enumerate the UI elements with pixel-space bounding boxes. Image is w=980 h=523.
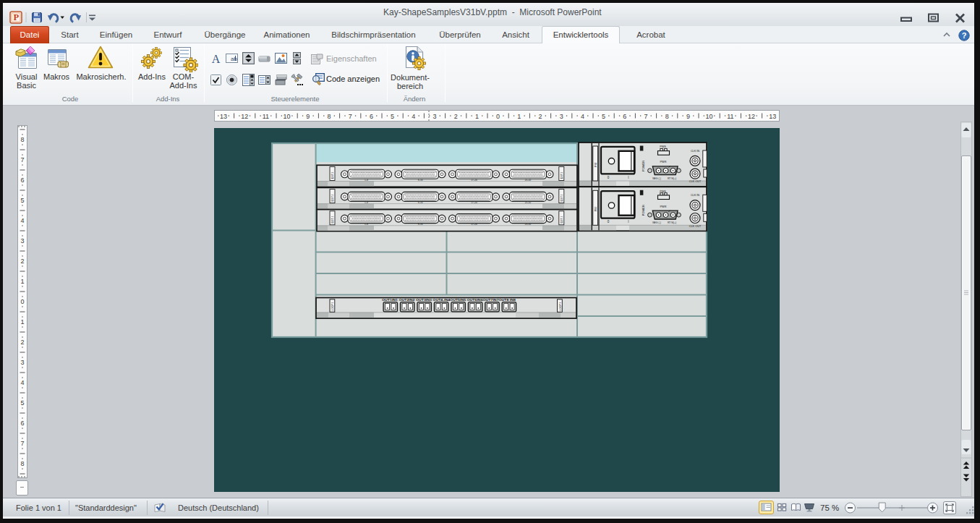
svg-text:9: 9: [306, 113, 310, 120]
svg-text:8: 8: [20, 136, 24, 143]
svg-text:3: 3: [433, 113, 436, 120]
svg-text:6: 6: [370, 113, 373, 120]
svg-text:2: 2: [454, 113, 458, 120]
svg-text:5: 5: [391, 113, 394, 120]
svg-text:8: 8: [20, 460, 24, 467]
svg-text:A: A: [212, 53, 221, 65]
svg-text:13: 13: [220, 113, 227, 120]
svg-text:13: 13: [769, 113, 776, 120]
svg-text:9: 9: [686, 113, 690, 120]
svg-text:2: 2: [20, 258, 24, 265]
svg-text:5: 5: [602, 113, 605, 120]
svg-text:12: 12: [748, 113, 755, 120]
svg-text:0: 0: [20, 298, 24, 305]
svg-text:2: 2: [20, 339, 24, 346]
svg-text:8: 8: [327, 113, 331, 120]
svg-text:1: 1: [20, 278, 24, 285]
svg-text:7: 7: [644, 113, 647, 120]
svg-text:2: 2: [538, 113, 542, 120]
svg-text:5: 5: [20, 197, 24, 204]
svg-text:6: 6: [623, 113, 626, 120]
svg-text:4: 4: [20, 217, 24, 224]
svg-text:8: 8: [665, 113, 669, 120]
svg-text:12: 12: [241, 113, 248, 120]
svg-text:?: ?: [962, 31, 967, 40]
svg-text:3: 3: [20, 237, 24, 245]
svg-text:ab: ab: [231, 56, 237, 62]
svg-text:1: 1: [517, 113, 521, 120]
svg-text:1: 1: [475, 113, 479, 120]
svg-text:10: 10: [706, 113, 713, 120]
svg-text:4: 4: [20, 379, 24, 386]
svg-text:1: 1: [20, 318, 24, 326]
svg-text:7: 7: [20, 440, 24, 447]
svg-text:5: 5: [20, 399, 24, 407]
svg-text:7: 7: [349, 113, 352, 120]
svg-text:3: 3: [20, 359, 24, 366]
svg-text:10: 10: [284, 113, 291, 120]
svg-text:3: 3: [560, 113, 563, 120]
svg-text:6: 6: [20, 420, 24, 427]
svg-text:4: 4: [581, 113, 584, 120]
svg-text:75 %: 75 %: [820, 503, 839, 512]
svg-text:4: 4: [412, 113, 415, 120]
svg-text:0: 0: [496, 113, 500, 120]
svg-text:7: 7: [20, 156, 24, 163]
svg-text:11: 11: [263, 113, 269, 120]
svg-text:6: 6: [20, 177, 24, 184]
svg-text:11: 11: [727, 113, 733, 120]
svg-text:P: P: [13, 12, 19, 22]
